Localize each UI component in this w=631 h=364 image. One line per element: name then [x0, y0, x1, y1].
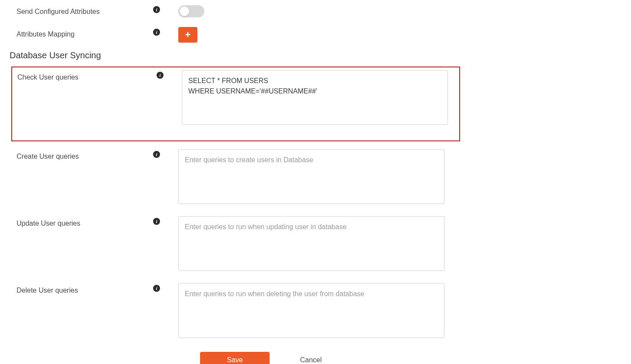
info-icon[interactable]: i [153, 218, 160, 225]
update-user-queries-input[interactable] [178, 216, 444, 271]
info-icon[interactable]: i [153, 151, 160, 158]
update-user-queries-label: Update User queries i [9, 216, 157, 227]
check-user-queries-text: Check User queries [17, 73, 79, 81]
delete-user-queries-label: Delete User queries i [9, 283, 157, 294]
add-attribute-mapping-button[interactable]: + [178, 27, 197, 43]
create-user-queries-input[interactable] [178, 149, 444, 204]
attributes-mapping-text: Attributes Mapping [17, 30, 74, 38]
info-icon[interactable]: i [153, 6, 160, 13]
send-configured-attributes-text: Send Configured Attributes [17, 8, 100, 15]
delete-user-queries-input[interactable] [178, 283, 444, 338]
delete-user-queries-text: Delete User queries [17, 287, 78, 294]
info-icon[interactable]: i [153, 285, 160, 292]
cancel-button[interactable]: Cancel [300, 356, 322, 364]
info-icon[interactable]: i [157, 72, 164, 79]
create-user-queries-label: Create User queries i [9, 149, 157, 160]
check-user-queries-input[interactable] [182, 70, 448, 125]
check-user-highlight: Check User queries i [11, 67, 460, 141]
save-button[interactable]: Save [200, 352, 270, 364]
info-icon[interactable]: i [153, 29, 160, 36]
database-user-syncing-title: Database User Syncing [9, 50, 622, 60]
update-user-queries-text: Update User queries [17, 220, 80, 227]
send-configured-attributes-label: Send Configured Attributes i [9, 4, 157, 16]
attributes-mapping-label: Attributes Mapping i [9, 27, 157, 38]
check-user-queries-label: Check User queries i [12, 70, 160, 81]
send-configured-attributes-toggle[interactable] [178, 5, 204, 17]
create-user-queries-text: Create User queries [17, 153, 79, 160]
